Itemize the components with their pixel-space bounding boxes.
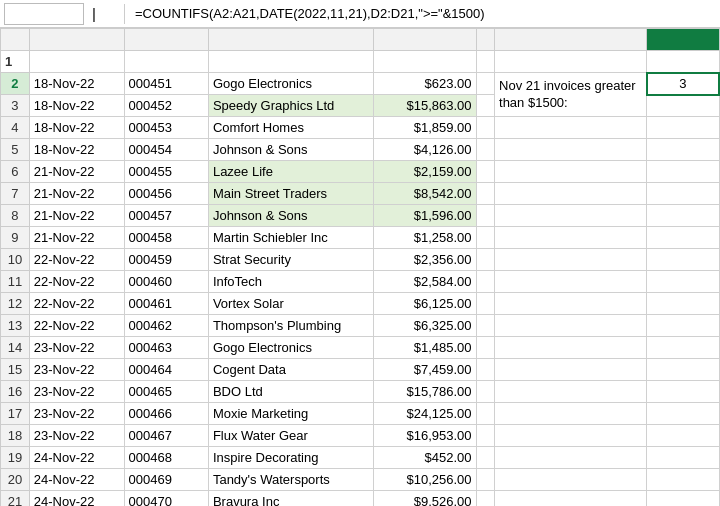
- invoice-cell[interactable]: 000464: [124, 359, 208, 381]
- invoice-amount-cell[interactable]: $1,859.00: [373, 117, 476, 139]
- invoice-cell[interactable]: 000461: [124, 293, 208, 315]
- date-cell[interactable]: 21-Nov-22: [29, 227, 124, 249]
- customer-name-cell[interactable]: InfoTech: [208, 271, 373, 293]
- col-header-a[interactable]: [29, 29, 124, 51]
- date-cell[interactable]: 24-Nov-22: [29, 469, 124, 491]
- customer-name-cell[interactable]: Tandy's Watersports: [208, 469, 373, 491]
- customer-name-cell[interactable]: Bravura Inc: [208, 491, 373, 507]
- invoice-amount-cell[interactable]: $15,786.00: [373, 381, 476, 403]
- invoice-amount-cell[interactable]: $2,584.00: [373, 271, 476, 293]
- customer-name-cell[interactable]: Strat Security: [208, 249, 373, 271]
- customer-name-cell[interactable]: Comfort Homes: [208, 117, 373, 139]
- invoice-cell[interactable]: 000462: [124, 315, 208, 337]
- col-g-cell[interactable]: [647, 249, 719, 271]
- invoice-cell[interactable]: 000458: [124, 227, 208, 249]
- col-g-cell[interactable]: [647, 205, 719, 227]
- customer-name-cell[interactable]: Gogo Electronics: [208, 337, 373, 359]
- invoice-amount-cell[interactable]: $452.00: [373, 447, 476, 469]
- date-cell[interactable]: 24-Nov-22: [29, 447, 124, 469]
- invoice-cell[interactable]: 000453: [124, 117, 208, 139]
- invoice-cell[interactable]: 000456: [124, 183, 208, 205]
- date-cell[interactable]: 23-Nov-22: [29, 337, 124, 359]
- invoice-cell[interactable]: 000454: [124, 139, 208, 161]
- invoice-cell[interactable]: 000463: [124, 337, 208, 359]
- invoice-cell[interactable]: 000467: [124, 425, 208, 447]
- col-g-cell[interactable]: [647, 293, 719, 315]
- date-cell[interactable]: 22-Nov-22: [29, 271, 124, 293]
- col-g-cell[interactable]: [647, 183, 719, 205]
- col-g-cell[interactable]: [647, 469, 719, 491]
- date-cell[interactable]: 22-Nov-22: [29, 249, 124, 271]
- invoice-cell[interactable]: 000468: [124, 447, 208, 469]
- invoice-cell[interactable]: 000465: [124, 381, 208, 403]
- invoice-amount-cell[interactable]: $2,356.00: [373, 249, 476, 271]
- date-cell[interactable]: 18-Nov-22: [29, 73, 124, 95]
- invoice-amount-cell[interactable]: $2,159.00: [373, 161, 476, 183]
- invoice-amount-cell[interactable]: $1,485.00: [373, 337, 476, 359]
- invoice-amount-cell[interactable]: $15,863.00: [373, 95, 476, 117]
- col-header-e[interactable]: [476, 29, 495, 51]
- invoice-amount-cell[interactable]: $1,596.00: [373, 205, 476, 227]
- col-g-cell[interactable]: [647, 271, 719, 293]
- date-cell[interactable]: 18-Nov-22: [29, 139, 124, 161]
- date-cell[interactable]: 23-Nov-22: [29, 359, 124, 381]
- date-cell[interactable]: 21-Nov-22: [29, 205, 124, 227]
- cell-reference-box[interactable]: [4, 3, 84, 25]
- invoice-amount-cell[interactable]: $24,125.00: [373, 403, 476, 425]
- invoice-cell[interactable]: 000466: [124, 403, 208, 425]
- customer-name-cell[interactable]: BDO Ltd: [208, 381, 373, 403]
- invoice-cell[interactable]: 000470: [124, 491, 208, 507]
- customer-name-cell[interactable]: Johnson & Sons: [208, 205, 373, 227]
- col-g-cell[interactable]: [647, 139, 719, 161]
- date-cell[interactable]: 24-Nov-22: [29, 491, 124, 507]
- customer-name-cell[interactable]: Main Street Traders: [208, 183, 373, 205]
- col-g-cell[interactable]: [647, 161, 719, 183]
- col-header-f[interactable]: [495, 29, 647, 51]
- col-header-c[interactable]: [208, 29, 373, 51]
- col-g-cell[interactable]: [647, 337, 719, 359]
- col-g-cell[interactable]: [647, 117, 719, 139]
- invoice-cell[interactable]: 000455: [124, 161, 208, 183]
- col-g-cell[interactable]: [647, 95, 719, 117]
- col-header-g[interactable]: [647, 29, 719, 51]
- customer-name-cell[interactable]: Speedy Graphics Ltd: [208, 95, 373, 117]
- invoice-amount-cell[interactable]: $6,125.00: [373, 293, 476, 315]
- invoice-amount-cell[interactable]: $8,542.00: [373, 183, 476, 205]
- customer-name-cell[interactable]: Moxie Marketing: [208, 403, 373, 425]
- col-g-cell[interactable]: [647, 447, 719, 469]
- date-cell[interactable]: 21-Nov-22: [29, 183, 124, 205]
- col-g-cell[interactable]: [647, 315, 719, 337]
- invoice-amount-cell[interactable]: $1,258.00: [373, 227, 476, 249]
- col-g-cell[interactable]: [647, 381, 719, 403]
- invoice-amount-cell[interactable]: $623.00: [373, 73, 476, 95]
- date-cell[interactable]: 22-Nov-22: [29, 315, 124, 337]
- invoice-cell[interactable]: 000452: [124, 95, 208, 117]
- date-cell[interactable]: 22-Nov-22: [29, 293, 124, 315]
- date-cell[interactable]: 18-Nov-22: [29, 117, 124, 139]
- invoice-amount-cell[interactable]: $7,459.00: [373, 359, 476, 381]
- date-cell[interactable]: 18-Nov-22: [29, 95, 124, 117]
- customer-name-cell[interactable]: Gogo Electronics: [208, 73, 373, 95]
- date-cell[interactable]: 23-Nov-22: [29, 381, 124, 403]
- customer-name-cell[interactable]: Thompson's Plumbing: [208, 315, 373, 337]
- customer-name-cell[interactable]: Johnson & Sons: [208, 139, 373, 161]
- col-g-cell[interactable]: [647, 403, 719, 425]
- customer-name-cell[interactable]: Martin Schiebler Inc: [208, 227, 373, 249]
- invoice-amount-cell[interactable]: $16,953.00: [373, 425, 476, 447]
- col-g-cell[interactable]: [647, 425, 719, 447]
- col-g-cell[interactable]: [647, 359, 719, 381]
- customer-name-cell[interactable]: Cogent Data: [208, 359, 373, 381]
- date-cell[interactable]: 23-Nov-22: [29, 425, 124, 447]
- col-header-b[interactable]: [124, 29, 208, 51]
- col-g-cell[interactable]: 3: [647, 73, 719, 95]
- customer-name-cell[interactable]: Inspire Decorating: [208, 447, 373, 469]
- invoice-amount-cell[interactable]: $9,526.00: [373, 491, 476, 507]
- invoice-cell[interactable]: 000457: [124, 205, 208, 227]
- date-cell[interactable]: 23-Nov-22: [29, 403, 124, 425]
- col-header-d[interactable]: [373, 29, 476, 51]
- invoice-cell[interactable]: 000460: [124, 271, 208, 293]
- date-cell[interactable]: 21-Nov-22: [29, 161, 124, 183]
- customer-name-cell[interactable]: Vortex Solar: [208, 293, 373, 315]
- invoice-amount-cell[interactable]: $6,325.00: [373, 315, 476, 337]
- invoice-cell[interactable]: 000451: [124, 73, 208, 95]
